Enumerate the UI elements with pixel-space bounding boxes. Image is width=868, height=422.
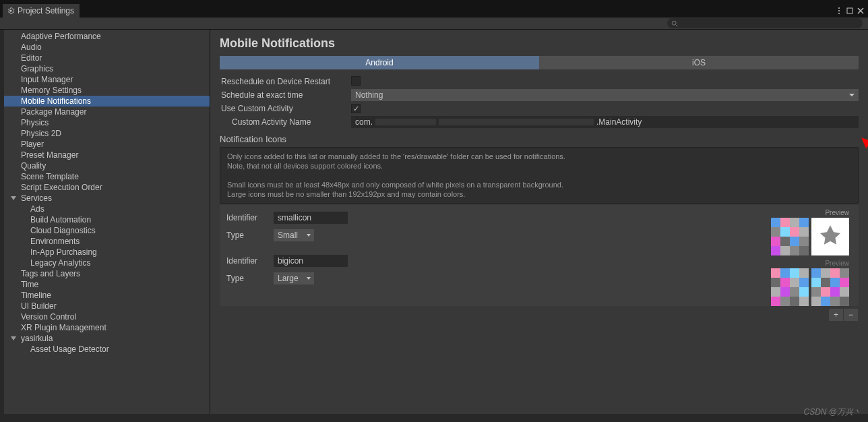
reschedule-checkbox[interactable] (351, 76, 361, 86)
sidebar-item-label: Quality (21, 161, 46, 171)
icon-preview-block: Preview Preview (771, 209, 852, 310)
sidebar-item-ui-builder[interactable]: UI Builder (4, 301, 210, 311)
watermark: CSDN @万兴丶 (803, 406, 861, 418)
sidebar-item-audio[interactable]: Audio (4, 42, 210, 53)
svg-point-2 (838, 13, 840, 14)
sidebar-item-label: Audio (21, 42, 42, 52)
foldout-icon[interactable] (11, 194, 16, 204)
sidebar-item-label: Editor (21, 53, 42, 63)
sidebar-item-preset-manager[interactable]: Preset Manager (4, 150, 210, 160)
sidebar-item-graphics[interactable]: Graphics (4, 63, 210, 74)
remove-icon-button[interactable]: − (844, 309, 859, 321)
svg-marker-8 (11, 196, 16, 200)
sidebar-item-environments[interactable]: Environments (4, 236, 210, 247)
sidebar-item-cloud-diagnostics[interactable]: Cloud Diagnostics (4, 225, 210, 236)
schedule-exact-label: Schedule at exact time (220, 90, 351, 100)
search-input[interactable] (667, 18, 863, 28)
sidebar-item-label: Scene Template (21, 172, 79, 181)
sidebar-item-label: Environments (30, 237, 80, 246)
svg-marker-11 (861, 138, 868, 148)
sidebar-item-editor[interactable]: Editor (4, 53, 210, 63)
project-settings-tab[interactable]: Project Settings (3, 4, 80, 18)
sidebar-item-package-manager[interactable]: Package Manager (4, 107, 210, 117)
sidebar-item-version-control[interactable]: Version Control (4, 311, 210, 322)
svg-point-0 (838, 7, 840, 9)
sidebar-item-ads[interactable]: Ads (4, 204, 210, 214)
sidebar-item-label: Legacy Analytics (30, 258, 90, 268)
svg-line-7 (676, 24, 678, 26)
sidebar-item-timeline[interactable]: Timeline (4, 290, 210, 301)
sidebar-item-label: In-App Purchasing (30, 247, 97, 257)
type-label: Type (226, 231, 267, 240)
custom-activity-name-label: Custom Activity Name (220, 117, 351, 127)
icons-panel: IdentifierTypeSmallIdentifierTypeLarge P… (220, 205, 859, 306)
add-icon-button[interactable]: + (829, 309, 844, 321)
redacted-text (375, 119, 436, 125)
use-custom-activity-checkbox[interactable] (351, 104, 361, 113)
sidebar-item-tags-and-layers[interactable]: Tags and Layers (4, 268, 210, 279)
sidebar-item-xr-plugin-management[interactable]: XR Plugin Management (4, 322, 210, 333)
sidebar-item-label: Mobile Notifications (21, 96, 91, 106)
use-custom-activity-label: Use Custom Activity (220, 104, 351, 113)
sidebar-item-legacy-analytics[interactable]: Legacy Analytics (4, 258, 210, 268)
sidebar-item-script-execution-order[interactable]: Script Execution Order (4, 182, 210, 193)
schedule-exact-dropdown[interactable]: Nothing (351, 89, 859, 101)
more-button[interactable] (834, 6, 844, 16)
identifier-input-0[interactable] (274, 212, 348, 224)
maximize-button[interactable] (845, 6, 855, 16)
preview-thumb-white (811, 218, 849, 255)
sidebar-item-label: Version Control (21, 312, 76, 322)
preview-thumb (771, 268, 809, 306)
gear-icon (7, 7, 15, 15)
sidebar-item-yasirkula[interactable]: yasirkula (4, 333, 210, 344)
sidebar-item-label: Time (21, 280, 38, 289)
sidebar-item-player[interactable]: Player (4, 139, 210, 150)
svg-rect-3 (847, 8, 852, 13)
type-dropdown-1[interactable]: Large (274, 272, 314, 284)
sidebar-item-label: Tags and Layers (21, 269, 80, 278)
reschedule-label: Reschedule on Device Restart (220, 77, 351, 86)
sidebar-item-scene-template[interactable]: Scene Template (4, 171, 210, 182)
identifier-input-1[interactable] (274, 255, 348, 267)
sidebar-item-physics-2d[interactable]: Physics 2D (4, 128, 210, 139)
sidebar-item-label: UI Builder (21, 301, 57, 311)
redacted-text (439, 119, 594, 125)
sidebar-item-label: Timeline (21, 291, 51, 300)
settings-content: Mobile Notifications Android iOS Resched… (210, 30, 868, 414)
sidebar-item-label: Services (21, 193, 52, 203)
sidebar-item-asset-usage-detector[interactable]: Asset Usage Detector (4, 344, 210, 355)
identifier-label: Identifier (226, 213, 267, 222)
preview-thumb (771, 218, 809, 255)
sidebar-item-physics[interactable]: Physics (4, 117, 210, 128)
sidebar-item-input-manager[interactable]: Input Manager (4, 74, 210, 85)
sidebar-item-mobile-notifications[interactable]: Mobile Notifications (4, 96, 210, 107)
annotation-arrow (857, 138, 868, 232)
sidebar-item-label: XR Plugin Management (21, 323, 106, 332)
notification-icons-info: Only icons added to this list or manuall… (220, 147, 859, 204)
sidebar-item-label: Player (21, 140, 44, 149)
svg-point-6 (672, 21, 676, 25)
sidebar-item-adaptive-performance[interactable]: Adaptive Performance (4, 31, 210, 42)
sidebar-item-quality[interactable]: Quality (4, 160, 210, 171)
sidebar-item-services[interactable]: Services (4, 193, 210, 204)
sidebar-item-memory-settings[interactable]: Memory Settings (4, 85, 210, 96)
tab-ios[interactable]: iOS (539, 56, 859, 69)
sidebar-item-time[interactable]: Time (4, 279, 210, 290)
sidebar-item-label: Build Automation (30, 215, 91, 224)
page-title: Mobile Notifications (220, 36, 859, 51)
sidebar-item-label: Ads (30, 204, 44, 214)
sidebar-item-build-automation[interactable]: Build Automation (4, 214, 210, 225)
notification-icons-title: Notification Icons (220, 134, 859, 144)
sidebar-item-label: Physics (21, 118, 49, 127)
svg-point-1 (838, 10, 840, 11)
type-label: Type (226, 274, 267, 283)
tab-title: Project Settings (18, 6, 74, 16)
close-button[interactable] (856, 6, 865, 16)
foldout-icon[interactable] (11, 334, 16, 344)
type-dropdown-0[interactable]: Small (274, 229, 314, 241)
sidebar-item-in-app-purchasing[interactable]: In-App Purchasing (4, 247, 210, 258)
custom-activity-name-input[interactable]: com. .MainActivity (351, 116, 859, 128)
sidebar-item-label: Package Manager (21, 107, 86, 117)
tab-android[interactable]: Android (220, 56, 539, 69)
search-icon (671, 20, 678, 27)
